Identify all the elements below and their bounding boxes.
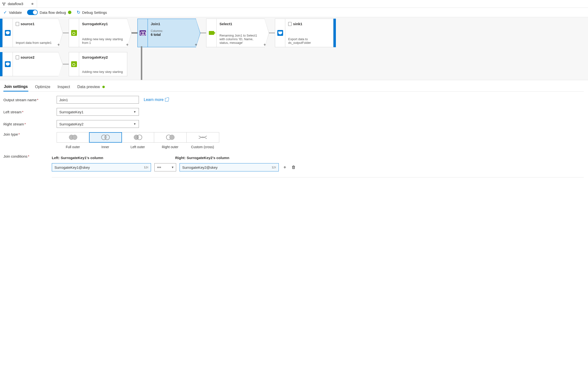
add-step-button[interactable]: + [194,43,199,47]
output-stream-input[interactable]: Join1 [57,96,139,104]
svg-point-4 [72,135,77,140]
dataflow-canvas[interactable]: source1 Import data from sample1 + Surro… [0,17,588,80]
node-join1[interactable]: Join1 Columns: 6 total + [148,19,196,47]
debug-label: Data flow debug [40,10,66,15]
node-columns-value: 6 total [151,33,193,37]
join1-icon-col [138,19,148,47]
node-title: source2 [20,55,35,59]
key-icon [71,61,77,67]
join-conditions-label: Join conditions* [3,154,52,160]
node-title: SurrogateKey2 [82,55,124,59]
check-icon: ✓ [3,10,7,15]
venn-right-icon [164,134,176,141]
join-type-cross[interactable] [187,133,219,142]
node-sink1[interactable]: sink1 Export data to ds_outputFolder [285,19,333,47]
node-desc: Renaming Join1 to Select1 with columns '… [219,34,262,45]
right-stream-label: Right stream* [3,122,52,126]
debug-settings-button[interactable]: ↻ Debug Settings [77,10,107,15]
cond-right-column-input[interactable]: SurrogateKey2@skey 12ℓ [179,163,279,171]
venn-full-icon [67,134,79,141]
delete-condition-button[interactable] [291,165,296,170]
key-icon [71,30,77,36]
sk1-icon-col [69,19,79,47]
tab-inspect[interactable]: Inspect [57,82,71,91]
node-columns-label: Columns: [151,29,193,33]
validate-button[interactable]: ✓ Validate [3,10,22,15]
node-title: SurrogateKey1 [82,22,124,26]
editor-tab-dataflow3[interactable]: dataflow3 [0,0,37,8]
node-surrogatekey2[interactable]: SurrogateKey2 Adding new key skey starti… [79,52,127,76]
expression-badge: 12ℓ [144,166,148,169]
add-condition-button[interactable]: + [282,165,288,170]
node-surrogatekey1[interactable]: SurrogateKey1 Adding new key skey starti… [79,19,127,47]
right-stream-select[interactable]: SurrogateKey2 ▼ [57,120,139,128]
tab-join-settings[interactable]: Join settings [3,82,28,92]
source1-icon-col [2,19,13,47]
add-step-button[interactable]: + [125,43,130,47]
add-step-button[interactable]: + [56,43,61,47]
sink-icon [277,30,283,36]
join-type-left-outer[interactable] [122,133,154,142]
settings-tabs: Join settings Optimize Inspect Data prev… [3,82,584,92]
flow-row-1: source1 Import data from sample1 + Surro… [0,19,588,47]
debug-settings-icon: ↻ [77,10,80,15]
chevron-down-icon: ▼ [133,110,136,113]
dataflow-debug-toggle[interactable]: Data flow debug [27,10,71,15]
tab-data-preview[interactable]: Data preview [77,82,105,91]
dataflow-toolbar: ✓ Validate Data flow debug ↻ Debug Setti… [0,8,588,17]
join-type-label: Join type* [3,132,52,136]
join-type-caption: Inner [89,145,121,149]
debug-settings-label: Debug Settings [82,10,107,15]
node-desc: Import data from sample1 [16,41,55,45]
node-title: sink1 [293,22,302,26]
join-type-full-outer[interactable] [57,133,89,142]
venn-cross-icon [197,134,209,141]
dataflow-icon [2,2,6,6]
join-type-inner[interactable] [89,133,122,142]
chevron-down-icon: ▼ [172,166,173,169]
settings-panel: Join settings Optimize Inspect Data prev… [0,80,588,187]
file-icon [16,55,19,59]
join-settings-form: Output stream name* Join1 Learn more Lef… [3,96,584,177]
node-source1[interactable]: source1 Import data from sample1 + [13,19,59,47]
svg-point-2 [3,4,4,5]
row-start-cap [0,19,2,47]
sink1-icon-col [275,19,285,47]
node-desc: Adding new key skey starting [82,70,124,74]
venn-inner-icon [100,134,111,141]
node-title: Select1 [219,22,262,26]
sk2-icon-col [69,52,79,76]
node-desc: Export data to ds_outputFolder [288,37,330,45]
venn-left-icon [132,134,144,141]
select1-icon-col [206,19,216,47]
node-desc: Adding new key skey starting from 1 [82,37,124,45]
file-icon [16,22,19,26]
node-source2[interactable]: source2 [13,52,59,76]
cond-operator-select[interactable]: == ▼ [154,163,176,171]
external-link-icon [165,98,169,102]
join-type-caption: Right outer [154,145,186,149]
toggle-on-icon [27,10,38,15]
tab-optimize[interactable]: Optimize [35,82,51,91]
join-type-right-outer[interactable] [154,133,187,142]
node-title: source1 [20,22,35,26]
node-select1[interactable]: Select1 Renaming Join1 to Select1 with c… [216,19,265,47]
learn-more-link[interactable]: Learn more [144,98,169,102]
join-type-caption: Custom (cross) [186,145,219,149]
database-icon [5,30,11,36]
join-type-options [57,132,219,143]
expression-badge: 12ℓ [271,166,276,169]
left-stream-select[interactable]: SurrogateKey1 ▼ [57,108,139,116]
unsaved-indicator-icon [31,3,33,5]
add-step-button[interactable]: + [262,43,267,47]
row-end-cap [333,19,336,47]
left-stream-label: Left stream* [3,110,52,114]
row-start-cap [0,52,2,76]
editor-tab-bar: dataflow3 [0,0,588,8]
join-conditions-section: Join conditions* Left: SurrogateKey1's c… [3,154,584,177]
source2-icon-col [2,52,13,76]
trash-icon [291,165,296,169]
flow-row-2: source2 SurrogateKey2 Adding new key ske… [0,52,588,76]
cond-left-column-input[interactable]: SurrogateKey1@skey 12ℓ [52,163,151,171]
connector-vertical [141,46,142,80]
